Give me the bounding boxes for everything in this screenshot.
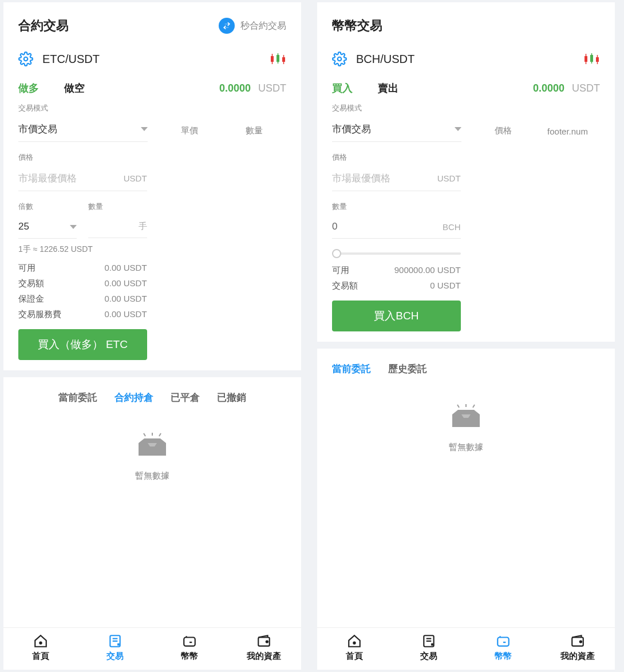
order-sub-tabs: 當前委託 歷史委託 bbox=[317, 349, 615, 381]
qty-input-label: 數量 bbox=[332, 201, 461, 212]
empty-state: 暫無數據 bbox=[317, 381, 615, 627]
panel-title: 合約交易 bbox=[18, 17, 69, 34]
summary-list: 可用900000.00 USDT 交易額0 USDT bbox=[332, 263, 461, 294]
summary-row: 保證金0.00 USDT bbox=[18, 291, 147, 307]
price-input-label: 價格 bbox=[18, 152, 147, 163]
swap-link[interactable]: 秒合約交易 bbox=[219, 18, 286, 34]
svg-point-16 bbox=[266, 641, 268, 642]
bottom-nav: 首頁 交易 幣幣 我的資產 bbox=[317, 627, 615, 670]
pair-label: BCH/USDT bbox=[356, 53, 414, 66]
last-price: 0.0000 USDT bbox=[219, 82, 286, 94]
pair-selector[interactable]: BCH/USDT bbox=[332, 52, 414, 66]
nav-coin[interactable]: 幣幣 bbox=[152, 628, 227, 670]
summary-row: 交易額0.00 USDT bbox=[18, 276, 147, 291]
svg-rect-14 bbox=[184, 638, 195, 646]
slider-knob[interactable] bbox=[332, 249, 341, 258]
summary-row: 可用0.00 USDT bbox=[18, 260, 147, 276]
svg-point-27 bbox=[353, 642, 355, 644]
wallet-icon bbox=[570, 634, 585, 649]
tab-long[interactable]: 做多 bbox=[18, 81, 39, 95]
nav-trade[interactable]: 交易 bbox=[392, 628, 466, 670]
chevron-down-icon bbox=[70, 225, 77, 229]
chevron-down-icon bbox=[141, 127, 148, 131]
summary-row: 交易額0 USDT bbox=[332, 278, 461, 294]
swap-icon bbox=[219, 18, 235, 34]
svg-line-7 bbox=[144, 433, 145, 436]
trade-icon bbox=[421, 634, 436, 649]
col-price-label: 價格 bbox=[471, 125, 535, 142]
lot-note: 1手 ≈ 1226.52 USDT bbox=[18, 244, 286, 255]
home-icon bbox=[33, 634, 48, 649]
mode-select[interactable]: 市價交易 bbox=[332, 119, 461, 142]
order-sub-tabs: 當前委託 合約持倉 已平倉 已撤銷 bbox=[3, 377, 301, 410]
qty-label: 數量 bbox=[88, 201, 147, 212]
inbox-icon bbox=[136, 433, 168, 463]
contract-panel: 合約交易 秒合約交易 ETC/USDT 做多 做空 0.0000 USDT bbox=[3, 2, 301, 670]
candlestick-icon[interactable] bbox=[269, 53, 286, 65]
col-qty-label: footer.num bbox=[535, 127, 600, 142]
panel-header: 合約交易 秒合約交易 bbox=[3, 2, 301, 39]
qty-input[interactable]: 手 bbox=[88, 218, 147, 238]
panel-title: 幣幣交易 bbox=[332, 17, 382, 34]
gear-icon bbox=[332, 52, 347, 66]
pair-label: ETC/USDT bbox=[42, 53, 100, 66]
svg-point-10 bbox=[40, 642, 41, 644]
empty-text: 暫無數據 bbox=[449, 442, 483, 453]
subtab-history[interactable]: 歷史委託 bbox=[388, 362, 427, 375]
pair-row: BCH/USDT bbox=[317, 39, 615, 72]
nav-trade[interactable]: 交易 bbox=[78, 628, 152, 670]
price-input[interactable]: 市場最優價格 USDT bbox=[332, 168, 461, 191]
svg-rect-31 bbox=[497, 638, 509, 646]
tab-short[interactable]: 做空 bbox=[64, 81, 85, 95]
col-qty-label: 數量 bbox=[222, 125, 286, 142]
gear-icon bbox=[18, 52, 33, 66]
subtab-current[interactable]: 當前委託 bbox=[332, 362, 371, 375]
pair-selector[interactable]: ETC/USDT bbox=[18, 52, 100, 66]
tab-sell[interactable]: 賣出 bbox=[378, 81, 398, 95]
mode-select[interactable]: 市價交易 bbox=[18, 119, 148, 142]
submit-buy-button[interactable]: 買入BCH bbox=[332, 301, 461, 331]
order-form: 交易模式 市價交易 價格 footer.num 價格 市場最優價格 USDT 數… bbox=[317, 103, 615, 342]
summary-row: 可用900000.00 USDT bbox=[332, 263, 461, 278]
price-input[interactable]: 市場最優價格 USDT bbox=[18, 168, 147, 191]
col-price-label: 單價 bbox=[157, 125, 222, 142]
nav-coin[interactable]: 幣幣 bbox=[466, 628, 540, 670]
side-tabs: 做多 做空 0.0000 USDT bbox=[3, 72, 301, 103]
svg-line-26 bbox=[473, 405, 475, 408]
submit-long-button[interactable]: 買入（做多） ETC bbox=[18, 329, 147, 360]
svg-line-9 bbox=[159, 433, 161, 436]
summary-list: 可用0.00 USDT 交易額0.00 USDT 保證金0.00 USDT 交易… bbox=[18, 260, 147, 322]
nav-home[interactable]: 首頁 bbox=[3, 628, 78, 670]
subtab-closed[interactable]: 已平倉 bbox=[171, 391, 200, 404]
swap-label: 秒合約交易 bbox=[240, 20, 286, 32]
empty-state: 暫無數據 bbox=[3, 410, 301, 627]
nav-assets[interactable]: 我的資產 bbox=[227, 628, 301, 670]
wallet-icon bbox=[256, 634, 271, 649]
pair-row: ETC/USDT bbox=[3, 39, 301, 72]
home-icon bbox=[347, 634, 362, 649]
candlestick-icon[interactable] bbox=[583, 53, 600, 65]
subtab-current[interactable]: 當前委託 bbox=[58, 391, 97, 404]
svg-point-17 bbox=[338, 57, 342, 61]
svg-point-0 bbox=[24, 57, 28, 61]
order-form: 交易模式 市價交易 單價 數量 價格 市場最優價格 USDT 倍數 bbox=[3, 103, 301, 370]
leverage-select[interactable]: 25 bbox=[18, 218, 77, 239]
mode-label: 交易模式 bbox=[332, 103, 461, 113]
nav-assets[interactable]: 我的資產 bbox=[540, 628, 615, 670]
spot-panel: 幣幣交易 BCH/USDT 買入 賣出 0.0000 USDT 交易模式 市價交… bbox=[317, 2, 615, 670]
mode-label: 交易模式 bbox=[18, 103, 148, 113]
leverage-label: 倍數 bbox=[18, 201, 77, 212]
last-price: 0.0000 USDT bbox=[533, 82, 600, 94]
coin-icon bbox=[182, 634, 197, 649]
panel-header: 幣幣交易 bbox=[317, 2, 615, 39]
nav-home[interactable]: 首頁 bbox=[317, 628, 392, 670]
tab-buy[interactable]: 買入 bbox=[332, 81, 353, 95]
subtab-cancelled[interactable]: 已撤銷 bbox=[217, 391, 246, 404]
side-tabs: 買入 賣出 0.0000 USDT bbox=[317, 72, 615, 103]
empty-text: 暫無數據 bbox=[135, 471, 169, 481]
inbox-icon bbox=[450, 404, 482, 434]
qty-input[interactable]: 0 BCH bbox=[332, 218, 461, 239]
price-input-label: 價格 bbox=[332, 152, 461, 163]
subtab-positions[interactable]: 合約持倉 bbox=[114, 391, 153, 404]
amount-slider[interactable] bbox=[332, 252, 461, 255]
